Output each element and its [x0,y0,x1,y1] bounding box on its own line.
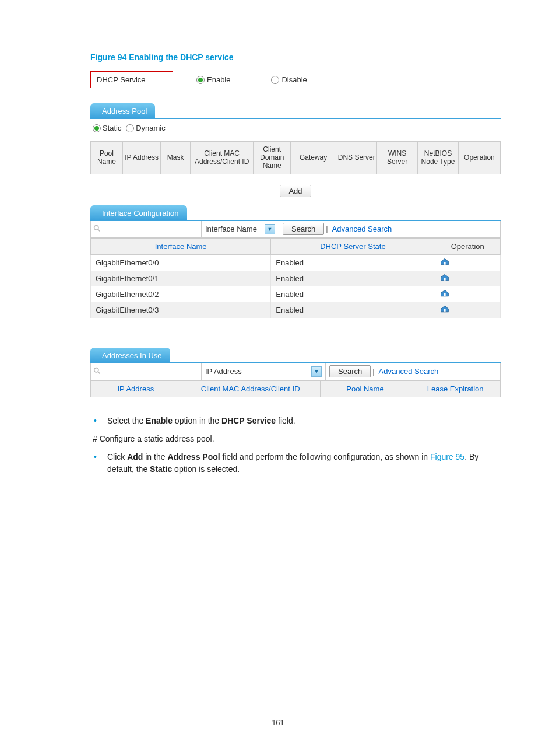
add-button[interactable]: Add [280,185,311,197]
static-radio[interactable]: Static [93,124,122,132]
instruction-text: • Select the Enable option in the DHCP S… [90,415,501,475]
address-pool-tab: Address Pool [90,103,155,118]
dropdown-value: IP Address [205,367,242,376]
col-interface-name[interactable]: Interface Name [91,238,271,254]
address-pool-section: Address Pool [90,103,501,119]
col-pool-name: Pool Name [91,141,123,174]
dynamic-label: Dynamic [136,124,166,132]
dhcp-enable-radio[interactable]: Enable [196,75,230,84]
iface-search-button[interactable]: Search [283,223,324,235]
svg-rect-5 [444,309,445,312]
figure-title: Figure 94 Enabling the DHCP service [90,52,501,62]
col-operation: Operation [435,238,501,254]
radio-selected-icon [196,76,205,84]
iface-state-cell: Enabled [271,302,435,318]
svg-point-6 [94,368,98,372]
svg-rect-3 [444,278,445,281]
chevron-down-icon: ▼ [265,224,275,235]
static-label: Static [103,124,122,132]
iface-name-cell: GigabitEthernet0/3 [91,302,271,318]
table-row: GigabitEthernet0/0 Enabled [91,254,501,271]
radio-selected-icon [93,124,101,132]
inuse-search-field-dropdown[interactable]: IP Address ▼ [202,363,326,380]
iface-search-field-dropdown[interactable]: Interface Name ▼ [202,221,279,237]
col-gateway: Gateway [290,141,336,174]
search-icon [91,225,103,234]
hash-line: # Configure a static address pool. [93,433,501,445]
radio-icon [271,76,279,84]
col-dns: DNS Server [336,141,377,174]
addresses-in-use-section: Addresses In Use [90,348,501,363]
col-pool-name[interactable]: Pool Name [320,380,410,397]
iface-state-cell: Enabled [271,286,435,302]
col-mac: Client MAC Address/Client ID [190,141,254,174]
iface-state-cell: Enabled [271,254,435,271]
addresses-in-use-table: IP Address Client MAC Address/Client ID … [90,380,501,397]
edit-button[interactable] [435,302,501,318]
interface-table: Interface Name DHCP Server State Operati… [90,238,501,318]
figure-link[interactable]: Figure 95 [430,452,464,461]
page-number: 161 [0,718,556,727]
dhcp-service-row: DHCP Service Enable Disable [90,71,501,88]
advanced-search-link[interactable]: Advanced Search [375,367,442,376]
col-netbios: NetBIOS Node Type [418,141,459,174]
svg-rect-2 [444,262,445,265]
dhcp-disable-radio[interactable]: Disable [271,75,307,84]
col-domain: Client Domain Name [254,141,290,174]
svg-rect-4 [444,293,445,296]
inuse-search-input[interactable] [103,363,202,380]
col-mask: Mask [161,141,191,174]
table-row: GigabitEthernet0/2 Enabled [91,286,501,302]
col-client-mac[interactable]: Client MAC Address/Client ID [181,380,320,397]
col-dhcp-state[interactable]: DHCP Server State [271,238,435,254]
iface-name-cell: GigabitEthernet0/2 [91,286,271,302]
col-ip-address[interactable]: IP Address [91,380,181,397]
edit-button[interactable] [435,271,501,286]
bullet-icon: • [90,451,97,475]
search-icon [91,367,103,376]
iface-name-cell: GigabitEthernet0/1 [91,271,271,286]
dynamic-radio[interactable]: Dynamic [126,124,166,132]
dropdown-value: Interface Name [205,225,257,233]
col-operation: Operation [458,141,500,174]
radio-icon [126,124,134,132]
table-row: GigabitEthernet0/3 Enabled [91,302,501,318]
edit-button[interactable] [435,254,501,271]
chevron-down-icon: ▼ [311,366,322,377]
advanced-search-link[interactable]: Advanced Search [329,225,396,233]
bullet-2: Click Add in the Address Pool field and … [107,451,501,475]
disable-label: Disable [281,75,307,84]
col-lease-exp[interactable]: Lease Expiration [410,380,501,397]
col-ip-address: IP Address [122,141,161,174]
iface-search-input[interactable] [103,221,202,237]
address-pool-header-table: Pool Name IP Address Mask Client MAC Add… [90,141,501,174]
inuse-search-button[interactable]: Search [329,365,371,377]
bullet-1: Select the Enable option in the DHCP Ser… [107,415,295,427]
iface-state-cell: Enabled [271,271,435,286]
dhcp-service-label: DHCP Service [90,71,173,88]
svg-line-1 [98,229,100,231]
edit-button[interactable] [435,286,501,302]
inuse-search-bar: IP Address ▼ Search | Advanced Search [90,363,501,380]
svg-line-7 [98,372,100,373]
col-wins: WINS Server [377,141,418,174]
bullet-icon: • [90,415,97,427]
pool-mode-row: Static Dynamic [90,119,501,139]
iface-name-cell: GigabitEthernet0/0 [91,254,271,271]
table-row: GigabitEthernet0/1 Enabled [91,271,501,286]
interface-config-tab: Interface Configuration [90,205,187,220]
enable-label: Enable [207,75,230,84]
iface-search-bar: Interface Name ▼ Search | Advanced Searc… [90,221,501,238]
addresses-in-use-tab: Addresses In Use [90,348,170,362]
interface-config-section: Interface Configuration [90,205,501,221]
svg-point-0 [94,225,98,229]
